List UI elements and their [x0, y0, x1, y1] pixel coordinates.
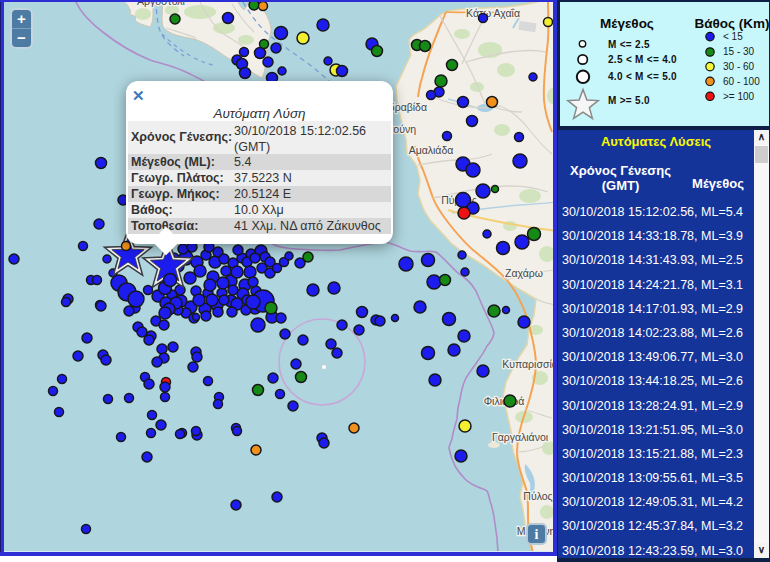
svg-text:2.5 < M <= 4.0: 2.5 < M <= 4.0: [608, 54, 677, 65]
svg-text:15 - 30: 15 - 30: [723, 46, 755, 57]
svg-text:Κυπαρισσία: Κυπαρισσία: [502, 358, 553, 370]
svg-text:Αμαλιάδα: Αμαλιάδα: [409, 144, 454, 156]
svg-text:Γαργαλιάνοι: Γαργαλιάνοι: [492, 431, 549, 443]
svg-text:30 - 60: 30 - 60: [723, 61, 755, 72]
svg-text:Ζαχάρω: Ζαχάρω: [505, 267, 543, 279]
svg-text:60 - 100: 60 - 100: [723, 76, 760, 87]
svg-text:Βάθος (Km): Βάθος (Km): [694, 16, 769, 31]
svg-text:Αργοστόλι: Αργοστόλι: [137, 2, 186, 7]
svg-text:4.0 < M <= 5.0: 4.0 < M <= 5.0: [608, 71, 677, 82]
svg-text:M >= 5.0: M >= 5.0: [608, 95, 650, 106]
svg-text:Μέγεθος: Μέγεθος: [600, 16, 654, 31]
svg-text:< 15: < 15: [723, 31, 743, 42]
svg-text:>= 100: >= 100: [723, 91, 755, 102]
svg-text:M <= 2.5: M <= 2.5: [608, 39, 650, 50]
svg-text:Κάτω Αχαΐα: Κάτω Αχαΐα: [466, 7, 520, 19]
svg-text:Πύλος: Πύλος: [523, 490, 552, 502]
